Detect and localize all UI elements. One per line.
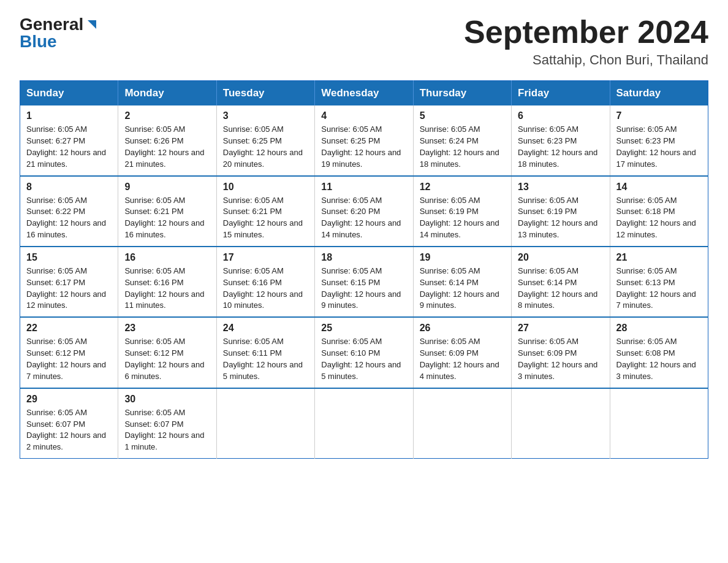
day-cell: 29Sunrise: 6:05 AMSunset: 6:07 PMDayligh…: [20, 388, 118, 459]
day-cell: 4Sunrise: 6:05 AMSunset: 6:25 PMDaylight…: [315, 105, 413, 175]
day-info: Sunrise: 6:05 AMSunset: 6:21 PMDaylight:…: [223, 195, 308, 241]
day-number: 17: [223, 252, 308, 263]
sunset: Sunset: 6:11 PM: [223, 348, 282, 358]
day-info: Sunrise: 6:05 AMSunset: 6:11 PMDaylight:…: [223, 336, 308, 382]
daylight: Daylight: 12 hours and 10 minutes.: [223, 289, 303, 310]
sunset: Sunset: 6:07 PM: [124, 419, 183, 429]
sunset: Sunset: 6:25 PM: [321, 136, 380, 145]
daylight: Daylight: 12 hours and 18 minutes.: [420, 148, 499, 169]
day-cell: 28Sunrise: 6:05 AMSunset: 6:08 PMDayligh…: [610, 317, 708, 388]
sunset: Sunset: 6:20 PM: [321, 207, 380, 216]
sunset: Sunset: 6:19 PM: [518, 207, 577, 216]
day-number: 15: [26, 252, 112, 263]
daylight: Daylight: 12 hours and 15 minutes.: [223, 218, 303, 239]
day-cell: 17Sunrise: 6:05 AMSunset: 6:16 PMDayligh…: [216, 247, 314, 317]
day-number: 16: [124, 252, 210, 263]
day-info: Sunrise: 6:05 AMSunset: 6:22 PMDaylight:…: [26, 195, 112, 241]
day-number: 1: [26, 110, 112, 121]
daylight: Daylight: 12 hours and 18 minutes.: [518, 148, 597, 169]
day-info: Sunrise: 6:05 AMSunset: 6:15 PMDaylight:…: [321, 266, 406, 312]
daylight: Daylight: 12 hours and 7 minutes.: [616, 289, 696, 310]
day-cell: 12Sunrise: 6:05 AMSunset: 6:19 PMDayligh…: [413, 176, 511, 247]
day-cell: [216, 388, 314, 459]
day-cell: 15Sunrise: 6:05 AMSunset: 6:17 PMDayligh…: [20, 247, 118, 317]
day-number: 4: [321, 110, 406, 121]
daylight: Daylight: 12 hours and 6 minutes.: [124, 360, 204, 381]
daylight: Daylight: 12 hours and 9 minutes.: [321, 289, 401, 310]
day-info: Sunrise: 6:05 AMSunset: 6:18 PMDaylight:…: [616, 195, 702, 241]
day-cell: [610, 388, 708, 459]
header-monday: Monday: [118, 81, 216, 106]
sunset: Sunset: 6:16 PM: [124, 278, 183, 287]
header-thursday: Thursday: [413, 81, 511, 106]
sunset: Sunset: 6:07 PM: [26, 419, 85, 429]
day-number: 3: [223, 110, 308, 121]
daylight: Daylight: 12 hours and 5 minutes.: [321, 360, 401, 381]
daylight: Daylight: 12 hours and 8 minutes.: [518, 289, 597, 310]
day-info: Sunrise: 6:05 AMSunset: 6:27 PMDaylight:…: [26, 124, 112, 170]
sunset: Sunset: 6:16 PM: [223, 278, 282, 287]
day-cell: 9Sunrise: 6:05 AMSunset: 6:21 PMDaylight…: [118, 176, 216, 247]
header-row: SundayMondayTuesdayWednesdayThursdayFrid…: [20, 81, 708, 106]
daylight: Daylight: 12 hours and 5 minutes.: [223, 360, 303, 381]
day-info: Sunrise: 6:05 AMSunset: 6:12 PMDaylight:…: [124, 336, 210, 382]
day-info: Sunrise: 6:05 AMSunset: 6:12 PMDaylight:…: [26, 336, 112, 382]
day-number: 10: [223, 182, 308, 193]
day-cell: 26Sunrise: 6:05 AMSunset: 6:09 PMDayligh…: [413, 317, 511, 388]
day-number: 7: [616, 110, 702, 121]
week-row: 15Sunrise: 6:05 AMSunset: 6:17 PMDayligh…: [20, 247, 708, 317]
day-cell: 24Sunrise: 6:05 AMSunset: 6:11 PMDayligh…: [216, 317, 314, 388]
title-block: September 2024 Sattahip, Chon Buri, Thai…: [464, 15, 708, 68]
day-info: Sunrise: 6:05 AMSunset: 6:09 PMDaylight:…: [420, 336, 505, 382]
day-number: 21: [616, 252, 702, 263]
day-cell: 3Sunrise: 6:05 AMSunset: 6:25 PMDaylight…: [216, 105, 314, 175]
day-info: Sunrise: 6:05 AMSunset: 6:14 PMDaylight:…: [420, 266, 505, 312]
day-cell: 14Sunrise: 6:05 AMSunset: 6:18 PMDayligh…: [610, 176, 708, 247]
day-info: Sunrise: 6:05 AMSunset: 6:14 PMDaylight:…: [518, 266, 603, 312]
calendar-header: SundayMondayTuesdayWednesdayThursdayFrid…: [20, 81, 708, 106]
day-cell: 11Sunrise: 6:05 AMSunset: 6:20 PMDayligh…: [315, 176, 413, 247]
day-info: Sunrise: 6:05 AMSunset: 6:25 PMDaylight:…: [321, 124, 406, 170]
logo-arrow-icon: [85, 18, 99, 34]
sunset: Sunset: 6:27 PM: [26, 136, 85, 145]
sunrise: Sunrise: 6:05 AM: [616, 196, 677, 205]
day-cell: 1Sunrise: 6:05 AMSunset: 6:27 PMDaylight…: [20, 105, 118, 175]
day-number: 24: [223, 323, 308, 334]
day-number: 19: [420, 252, 505, 263]
sunrise: Sunrise: 6:05 AM: [26, 124, 87, 134]
daylight: Daylight: 12 hours and 16 minutes.: [124, 218, 204, 239]
sunrise: Sunrise: 6:05 AM: [616, 266, 677, 275]
daylight: Daylight: 12 hours and 9 minutes.: [420, 289, 499, 310]
daylight: Daylight: 12 hours and 14 minutes.: [321, 218, 401, 239]
sunrise: Sunrise: 6:05 AM: [26, 337, 87, 346]
day-number: 12: [420, 182, 505, 193]
daylight: Daylight: 12 hours and 21 minutes.: [124, 148, 204, 169]
sunrise: Sunrise: 6:05 AM: [124, 337, 185, 346]
daylight: Daylight: 12 hours and 3 minutes.: [616, 360, 696, 381]
day-cell: 16Sunrise: 6:05 AMSunset: 6:16 PMDayligh…: [118, 247, 216, 317]
daylight: Daylight: 12 hours and 12 minutes.: [26, 289, 106, 310]
sunset: Sunset: 6:21 PM: [124, 207, 183, 216]
week-row: 1Sunrise: 6:05 AMSunset: 6:27 PMDaylight…: [20, 105, 708, 175]
week-row: 29Sunrise: 6:05 AMSunset: 6:07 PMDayligh…: [20, 388, 708, 459]
day-number: 9: [124, 182, 210, 193]
day-info: Sunrise: 6:05 AMSunset: 6:26 PMDaylight:…: [124, 124, 210, 170]
sunrise: Sunrise: 6:05 AM: [518, 124, 578, 134]
day-cell: 23Sunrise: 6:05 AMSunset: 6:12 PMDayligh…: [118, 317, 216, 388]
sunset: Sunset: 6:14 PM: [518, 278, 577, 287]
day-info: Sunrise: 6:05 AMSunset: 6:17 PMDaylight:…: [26, 266, 112, 312]
sunset: Sunset: 6:15 PM: [321, 278, 380, 287]
calendar-table: SundayMondayTuesdayWednesdayThursdayFrid…: [20, 80, 708, 459]
sunset: Sunset: 6:22 PM: [26, 207, 85, 216]
page-header: General Blue September 2024 Sattahip, Ch…: [20, 15, 708, 68]
logo-blue: Blue: [20, 32, 57, 52]
daylight: Daylight: 12 hours and 14 minutes.: [420, 218, 499, 239]
day-info: Sunrise: 6:05 AMSunset: 6:09 PMDaylight:…: [518, 336, 603, 382]
sunrise: Sunrise: 6:05 AM: [616, 337, 677, 346]
sunset: Sunset: 6:09 PM: [518, 348, 577, 358]
sunset: Sunset: 6:09 PM: [420, 348, 479, 358]
day-info: Sunrise: 6:05 AMSunset: 6:13 PMDaylight:…: [616, 266, 702, 312]
sunset: Sunset: 6:21 PM: [223, 207, 282, 216]
day-info: Sunrise: 6:05 AMSunset: 6:21 PMDaylight:…: [124, 195, 210, 241]
day-info: Sunrise: 6:05 AMSunset: 6:20 PMDaylight:…: [321, 195, 406, 241]
